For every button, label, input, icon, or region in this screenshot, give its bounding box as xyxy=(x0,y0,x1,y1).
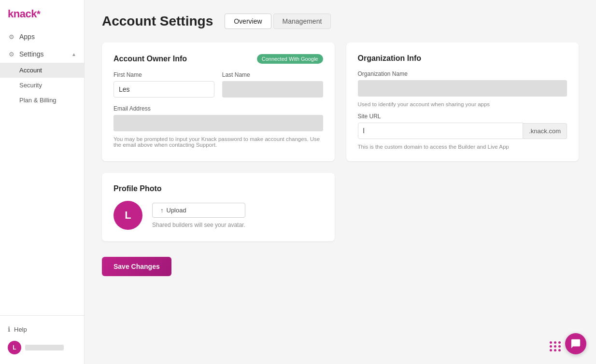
logo[interactable]: knack* xyxy=(0,0,84,26)
org-name-field: Organization Name Used to identify your … xyxy=(358,70,568,107)
first-name-field: First Name xyxy=(114,71,214,98)
org-name-label: Organization Name xyxy=(358,70,568,77)
apps-icon: ⚙ xyxy=(8,33,15,41)
main-content: Account Settings Overview Management Acc… xyxy=(85,0,596,364)
site-url-label: Site URL xyxy=(358,113,568,120)
site-url-input[interactable] xyxy=(358,123,524,139)
avatar: L xyxy=(114,201,142,230)
dot xyxy=(550,341,552,344)
organization-card: Organization Info Organization Name Used… xyxy=(346,42,579,161)
last-name-field: Last Name xyxy=(222,71,323,98)
org-name-input[interactable] xyxy=(358,80,568,97)
save-changes-button[interactable]: Save Changes xyxy=(102,257,171,276)
profile-row: Profile Photo L ↑ Upload Shared builders… xyxy=(102,173,579,241)
sidebar-account-label: Account xyxy=(19,67,42,74)
last-name-label: Last Name xyxy=(222,71,323,78)
upload-hint: Shared builders will see your avatar. xyxy=(152,222,245,228)
profile-row-spacer xyxy=(346,173,579,241)
tab-bar: Overview Management xyxy=(225,14,331,29)
email-input[interactable] xyxy=(114,115,323,131)
chat-icon xyxy=(570,338,581,349)
email-hint: You may be prompted to input your Knack … xyxy=(114,136,323,148)
tab-overview[interactable]: Overview xyxy=(225,14,271,29)
upload-section: ↑ Upload Shared builders will see your a… xyxy=(152,203,245,228)
upload-icon: ↑ xyxy=(160,207,164,214)
dot xyxy=(558,341,561,344)
sidebar-user[interactable]: L xyxy=(8,337,76,358)
sidebar-item-account[interactable]: Account xyxy=(0,63,84,78)
account-owner-title: Account Owner Info Connected With Google xyxy=(114,54,323,64)
tab-management[interactable]: Management xyxy=(273,14,331,29)
help-icon: ℹ xyxy=(8,325,10,333)
page-title: Account Settings xyxy=(102,14,213,29)
site-url-suffix: .knack.com xyxy=(523,123,567,139)
first-name-input[interactable] xyxy=(114,81,214,98)
dot xyxy=(558,345,561,348)
sidebar: knack* ⚙ Apps ⚙ Settings ▲ Account Secur… xyxy=(0,0,85,364)
sidebar-plan-billing-label: Plan & Billing xyxy=(19,97,57,104)
upload-label: Upload xyxy=(167,207,186,214)
cards-row: Account Owner Info Connected With Google… xyxy=(102,42,579,161)
profile-photo-card: Profile Photo L ↑ Upload Shared builders… xyxy=(102,173,335,241)
dot xyxy=(550,345,552,348)
dot xyxy=(554,341,556,344)
chat-fab-button[interactable] xyxy=(565,333,586,354)
google-badge: Connected With Google xyxy=(257,54,323,64)
sidebar-nav: ⚙ Apps ⚙ Settings ▲ Account Security Pla… xyxy=(0,26,84,315)
site-url-field: Site URL .knack.com This is the custom d… xyxy=(358,113,568,150)
first-name-label: First Name xyxy=(114,71,214,78)
sidebar-item-security[interactable]: Security xyxy=(0,78,84,93)
org-hint: Used to identify your account when shari… xyxy=(358,101,568,107)
site-url-hint: This is the custom domain to access the … xyxy=(358,144,568,150)
org-title: Organization Info xyxy=(358,54,568,63)
user-avatar: L xyxy=(8,341,21,354)
sidebar-settings-label: Settings xyxy=(19,50,44,58)
sidebar-item-plan-billing[interactable]: Plan & Billing xyxy=(0,93,84,108)
site-url-row: .knack.com xyxy=(358,123,568,139)
sidebar-security-label: Security xyxy=(19,82,42,89)
sidebar-item-apps-label: Apps xyxy=(19,33,35,41)
profile-photo-section: L ↑ Upload Shared builders will see your… xyxy=(114,201,323,230)
email-field-wrapper: Email Address You may be prompted to inp… xyxy=(114,105,323,148)
help-label: Help xyxy=(14,326,27,333)
dot xyxy=(550,349,552,351)
settings-icon: ⚙ xyxy=(8,50,15,58)
dot xyxy=(558,349,561,351)
chevron-up-icon: ▲ xyxy=(71,52,76,57)
grid-dots[interactable] xyxy=(550,341,561,351)
logo-text: knack* xyxy=(8,8,40,20)
sidebar-help[interactable]: ℹ Help xyxy=(8,322,76,337)
sidebar-settings-header[interactable]: ⚙ Settings ▲ xyxy=(0,45,84,63)
profile-title: Profile Photo xyxy=(114,184,323,193)
dot xyxy=(554,345,556,348)
sidebar-item-apps[interactable]: ⚙ Apps xyxy=(0,28,84,45)
account-owner-card: Account Owner Info Connected With Google… xyxy=(102,42,335,161)
last-name-input[interactable] xyxy=(222,81,323,98)
sidebar-bottom: ℹ Help L xyxy=(0,315,84,364)
email-label: Email Address xyxy=(114,105,323,112)
dot xyxy=(554,349,556,351)
page-header: Account Settings Overview Management xyxy=(102,14,579,29)
upload-button[interactable]: ↑ Upload xyxy=(152,203,245,218)
name-row: First Name Last Name xyxy=(114,71,323,98)
user-name xyxy=(25,345,64,350)
